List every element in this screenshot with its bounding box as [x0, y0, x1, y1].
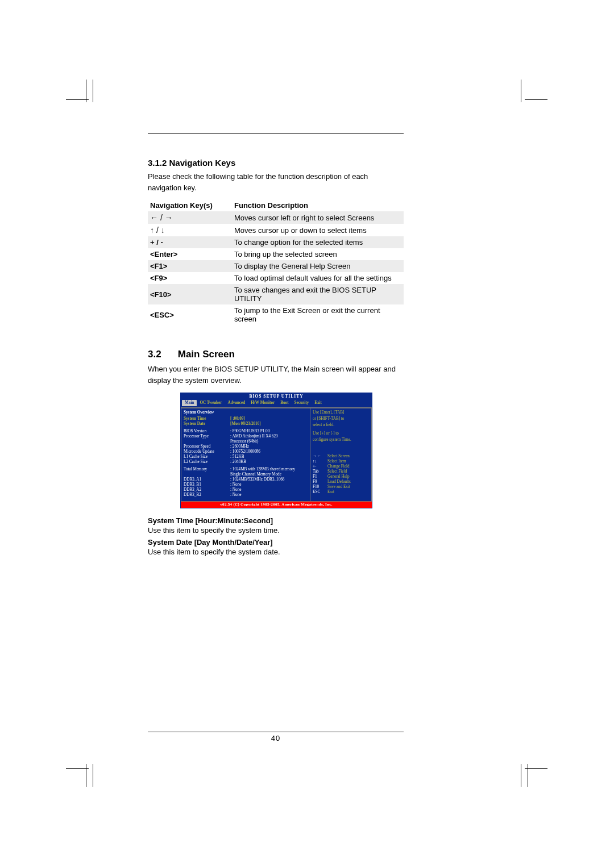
- navigation-keys-table: Navigation Key(s) Function Description ←…: [148, 199, 404, 325]
- table-row: ↑ / ↓ Moves cursor up or down to select …: [148, 224, 404, 236]
- system-date-label: System Date [Day Month/Date/Year]: [148, 538, 404, 546]
- bios-keyline: +-Change Field: [313, 464, 370, 469]
- crop-mark: [525, 99, 547, 100]
- bios-ddr3-a2-value: : None: [230, 487, 241, 493]
- bios-keyline: →←Select Screen: [313, 454, 370, 459]
- bios-version-label: BIOS Version: [184, 429, 230, 434]
- bios-window: BIOS SETUP UTILITY Main OC Tweaker Advan…: [180, 393, 372, 508]
- bios-ddr3-a1-label: DDR3_A1: [184, 477, 230, 482]
- bios-key: ↑↓: [313, 459, 327, 464]
- table-row: ← / → Moves cursor left or right to sele…: [148, 211, 404, 224]
- bios-tab-hwmonitor[interactable]: H/W Monitor: [248, 400, 277, 406]
- bios-total-memory-value2: Single-Channel Memory Mode: [230, 472, 281, 477]
- section-number: 3.2: [148, 349, 175, 360]
- bios-hint: Use [Enter], [TAB]: [313, 410, 370, 415]
- bios-processor-type-value2: Processor (64bit): [230, 439, 258, 444]
- bios-screenshot: BIOS SETUP UTILITY Main OC Tweaker Advan…: [180, 393, 371, 508]
- bios-hint: configure system Time.: [313, 437, 370, 443]
- crop-mark: [93, 764, 93, 787]
- navtable-header-keys: Navigation Key(s): [148, 199, 232, 211]
- navtable-header-func: Function Description: [232, 199, 404, 211]
- table-row: <ESC> To jump to the Exit Screen or exit…: [148, 304, 404, 325]
- bios-key-desc: Exit: [327, 490, 334, 495]
- bios-total-memory-value: : 1024MB with 128MB shared memory: [230, 467, 295, 472]
- table-row: + / - To change option for the selected …: [148, 236, 404, 248]
- navtable-key: <ESC>: [148, 304, 232, 325]
- bios-key: +-: [313, 464, 327, 469]
- bios-tab-exit[interactable]: Exit: [312, 400, 325, 406]
- bios-key: →←: [313, 454, 327, 459]
- bios-microcode-label: Microcode Update: [184, 449, 230, 454]
- bios-system-date-label: System Date: [184, 422, 230, 427]
- table-row: <F1> To display the General Help Screen: [148, 260, 404, 272]
- navtable-key: <F10>: [148, 284, 232, 304]
- bios-tab-advanced[interactable]: Advanced: [225, 400, 248, 406]
- bios-tab-main[interactable]: Main: [182, 400, 197, 406]
- navtable-desc: Moves cursor left or right to select Scr…: [232, 211, 404, 224]
- bios-hint: select a field.: [313, 423, 370, 428]
- bios-ddr3-b2-label: DDR3_B2: [184, 493, 230, 498]
- navtable-desc: To save changes and exit the BIOS SETUP …: [232, 284, 404, 304]
- bios-footer: v02.54 (C) Copyright 1985-2005, American…: [181, 502, 372, 508]
- navtable-desc: To load optimal default values for all t…: [232, 272, 404, 284]
- table-row: <Enter> To bring up the selected screen: [148, 248, 404, 260]
- bios-hint: or [SHIFT-TAB] to: [313, 416, 370, 422]
- navtable-key: + / -: [148, 236, 232, 248]
- bios-key: F1: [313, 474, 327, 479]
- navtable-desc: Moves cursor up or down to select items: [232, 224, 404, 236]
- navtable-desc: To display the General Help Screen: [232, 260, 404, 272]
- bios-key-desc: Select Screen: [327, 454, 350, 459]
- navtable-key: <Enter>: [148, 248, 232, 260]
- bios-keyline: F10Save and Exit: [313, 485, 370, 490]
- bios-key-desc: Change Field: [327, 464, 350, 469]
- bios-keyline: TabSelect Field: [313, 469, 370, 474]
- bios-version-value: : 890GMH/USB3 P1.00: [230, 429, 269, 434]
- top-rule: [148, 133, 404, 134]
- bios-l2-value: : 2048KB: [230, 460, 246, 465]
- bios-microcode-value: : 100F52/1000086: [230, 449, 260, 454]
- bios-title: BIOS SETUP UTILITY: [181, 393, 372, 399]
- bios-key: ESC: [313, 490, 327, 495]
- content-block: 3.1.2 Navigation Keys Please check the f…: [148, 133, 404, 556]
- bios-right-panel: Use [Enter], [TAB] or [SHIFT-TAB] to sel…: [310, 408, 372, 502]
- bios-tab-boot[interactable]: Boot: [277, 400, 291, 406]
- bios-ddr3-a1-value: : 1024MB/533MHz DDR3_1066: [230, 477, 284, 482]
- arrow-left-right-icon: ← / →: [150, 213, 173, 222]
- arrow-up-down-icon: ↑ / ↓: [150, 226, 165, 235]
- bios-key-desc: Select Field: [327, 469, 347, 474]
- intro-main-screen: When you enter the BIOS SETUP UTILITY, t…: [148, 364, 404, 386]
- bios-key: F9: [313, 479, 327, 485]
- heading-main-screen: 3.2 Main Screen: [148, 349, 404, 360]
- bios-total-memory-label: Total Memory: [184, 467, 230, 472]
- intro-navigation-keys: Please check the following table for the…: [148, 171, 404, 194]
- bios-processor-speed-label: Processor Speed: [184, 444, 230, 449]
- crop-mark: [86, 764, 86, 787]
- bios-keyline: ESCExit: [313, 490, 370, 495]
- bios-key: Tab: [313, 469, 327, 474]
- navtable-desc: To bring up the selected screen: [232, 248, 404, 260]
- bios-ddr3-b1-value: : None: [230, 482, 241, 487]
- bios-tab-security[interactable]: Security: [292, 400, 312, 406]
- bios-system-time-value[interactable]: [ :00:09]: [230, 416, 245, 422]
- bios-l1-value: : 512KB: [230, 454, 244, 460]
- bios-key-desc: General Help: [327, 474, 350, 479]
- crop-mark: [528, 764, 528, 787]
- system-time-label: System Time [Hour:Minute:Second]: [148, 516, 404, 525]
- bios-tab-octweaker[interactable]: OC Tweaker: [197, 400, 225, 406]
- bios-key-desc: Load Defaults: [327, 479, 351, 485]
- bios-tabs: Main OC Tweaker Advanced H/W Monitor Boo…: [181, 399, 372, 407]
- crop-mark: [66, 99, 89, 100]
- bios-key-desc: Select Item: [327, 459, 346, 464]
- crop-mark: [86, 80, 86, 102]
- bios-l2-label: L2 Cache Size: [184, 460, 230, 465]
- bios-processor-type-label: Processor Type: [184, 434, 230, 439]
- heading-navigation-keys: 3.1.2 Navigation Keys: [148, 158, 404, 168]
- crop-mark: [521, 764, 521, 787]
- bios-processor-type-value: : AMD Athlon(tm) II X4 620: [230, 434, 278, 439]
- bios-system-date-value[interactable]: [Mon 08/23/2010]: [230, 422, 261, 427]
- page-number: 40: [148, 734, 404, 742]
- bios-left-panel: System Overview System Time[ :00:09] Sys…: [181, 408, 310, 502]
- bios-system-time-label: System Time: [184, 416, 230, 422]
- bios-keyline: ↑↓Select Item: [313, 459, 370, 464]
- bios-overview-heading: System Overview: [184, 410, 308, 415]
